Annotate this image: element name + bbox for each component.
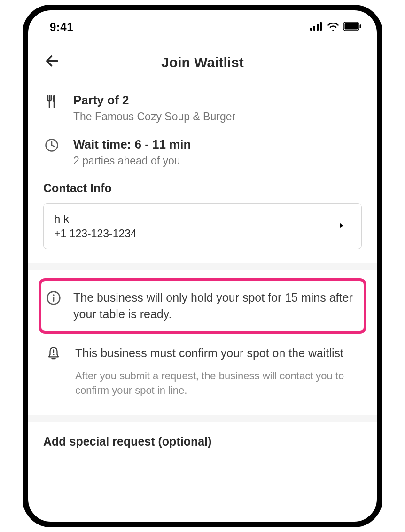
- clock-icon: [43, 137, 60, 152]
- arrow-left-icon: [44, 53, 60, 69]
- restaurant-name: The Famous Cozy Soup & Burger: [73, 110, 362, 123]
- party-info-row: Party of 2 The Famous Cozy Soup & Burger: [43, 93, 362, 123]
- signal-icon: [310, 22, 323, 32]
- party-size-label: Party of 2: [73, 93, 362, 108]
- wifi-icon: [327, 22, 339, 33]
- status-bar: 9:41: [28, 10, 377, 39]
- page-title: Join Waitlist: [41, 55, 364, 70]
- main-content: Party of 2 The Famous Cozy Soup & Burger…: [28, 82, 377, 448]
- contact-card[interactable]: h k +1 123-123-1234: [43, 203, 362, 249]
- back-button[interactable]: [44, 53, 60, 71]
- status-time: 9:41: [50, 21, 73, 34]
- confirm-notice-row: This business must confirm your spot on …: [43, 338, 362, 398]
- confirm-subtitle: After you submit a request, the business…: [75, 369, 360, 398]
- status-icons: [310, 22, 362, 33]
- page-header: Join Waitlist: [28, 39, 377, 82]
- confirm-title: This business must confirm your spot on …: [75, 345, 360, 361]
- svg-rect-2: [317, 24, 319, 31]
- wait-time-label: Wait time: 6 - 11 min: [73, 137, 362, 152]
- svg-point-10: [53, 354, 55, 355]
- hold-spot-notice: The business will only hold your spot fo…: [39, 278, 366, 334]
- section-divider: [28, 263, 377, 270]
- bell-alert-icon: [45, 345, 62, 362]
- svg-rect-3: [320, 22, 322, 31]
- special-request-title: Add special request (optional): [43, 435, 362, 448]
- info-icon: [44, 289, 63, 305]
- section-divider: [28, 415, 377, 422]
- parties-ahead-label: 2 parties ahead of you: [73, 155, 362, 167]
- contact-phone: +1 123-123-1234: [54, 227, 137, 240]
- svg-rect-0: [310, 28, 312, 31]
- hold-spot-text: The business will only hold your spot fo…: [73, 289, 355, 322]
- wait-time-row: Wait time: 6 - 11 min 2 parties ahead of…: [43, 137, 362, 167]
- svg-rect-5: [345, 23, 358, 30]
- caret-right-icon: [339, 222, 351, 231]
- device-frame: 9:41: [23, 5, 382, 527]
- svg-point-9: [53, 294, 54, 296]
- contact-section-title: Contact Info: [43, 181, 362, 195]
- contact-name: h k: [54, 212, 137, 226]
- restaurant-icon: [43, 93, 60, 109]
- battery-icon: [343, 22, 362, 33]
- svg-rect-6: [360, 24, 361, 28]
- svg-rect-1: [313, 26, 315, 31]
